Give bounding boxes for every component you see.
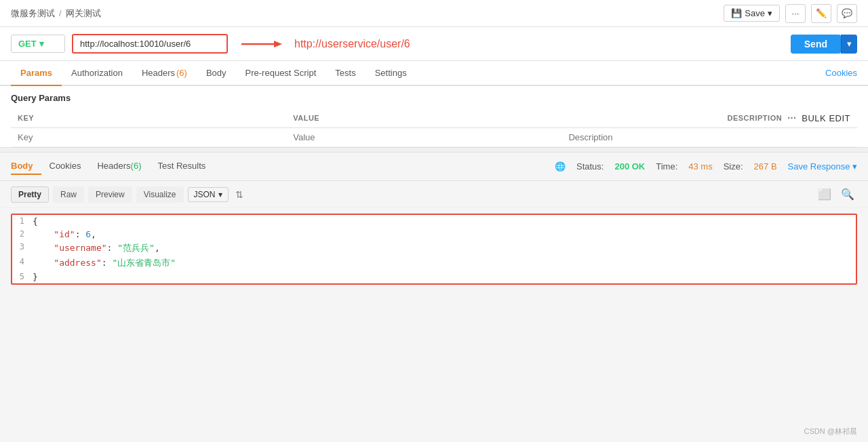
- response-status-area: 🌐 Status: 200 OK Time: 43 ms Size: 267 B…: [555, 161, 857, 172]
- params-section: Query Params KEY VALUE DESCRIPTION ··· B…: [0, 86, 868, 147]
- format-type-dropdown-icon: ▾: [218, 190, 222, 199]
- time-label: Time:: [656, 161, 677, 172]
- col-description: DESCRIPTION ··· Bulk Edit: [561, 108, 857, 128]
- tab-params[interactable]: Params: [11, 61, 62, 86]
- json-line-5: 5 }: [12, 270, 856, 283]
- search-icon-button[interactable]: 🔍: [838, 185, 857, 203]
- gateway-url-label: http://userservice/user/6: [294, 38, 410, 50]
- tab-authorization[interactable]: Authorization: [62, 61, 132, 86]
- save-response-button[interactable]: Save Response ▾: [788, 161, 857, 172]
- response-tabs-bar: Body Cookies Headers(6) Test Results 🌐 S…: [0, 153, 868, 181]
- tab-headers[interactable]: Headers(6): [132, 61, 197, 86]
- json-viewer: 1 { 2 "id": 6, 3 "username": "范兵兵", 4 "a…: [11, 214, 857, 285]
- col-actions-icon[interactable]: ···: [787, 113, 796, 123]
- value-input[interactable]: [293, 132, 555, 142]
- format-type-label: JSON: [194, 190, 216, 199]
- copy-icon-button[interactable]: ⬜: [815, 185, 834, 203]
- json-line-2: 2 "id": 6,: [12, 228, 856, 241]
- json-line-3: 3 "username": "范兵兵",: [12, 241, 856, 256]
- request-tabs-bar: Params Authorization Headers(6) Body Pre…: [0, 61, 868, 86]
- format-visualize-button[interactable]: Visualize: [136, 186, 184, 203]
- time-value: 43 ms: [688, 161, 712, 172]
- response-tabs: Body Cookies Headers(6) Test Results: [11, 158, 214, 175]
- tab-response-headers[interactable]: Headers(6): [89, 158, 149, 175]
- tab-body[interactable]: Body: [197, 61, 236, 86]
- url-input[interactable]: [72, 34, 228, 54]
- size-label: Size:: [724, 161, 743, 172]
- json-line-1: 1 {: [12, 215, 856, 228]
- send-button[interactable]: Send: [791, 35, 841, 54]
- breadcrumb-item-1: 微服务测试: [11, 7, 55, 20]
- format-type-select[interactable]: JSON ▾: [188, 187, 229, 202]
- breadcrumb-separator: /: [59, 8, 62, 18]
- more-options-button[interactable]: ···: [785, 4, 806, 23]
- tab-test-results[interactable]: Test Results: [150, 158, 214, 175]
- method-select[interactable]: GET ▾: [11, 35, 65, 53]
- tab-tests[interactable]: Tests: [326, 61, 365, 86]
- status-value: 200 OK: [614, 161, 645, 172]
- breadcrumb-item-2: 网关测试: [66, 7, 101, 20]
- filter-icon[interactable]: ⇅: [235, 189, 243, 200]
- save-button[interactable]: 💾 Save ▾: [724, 5, 780, 22]
- edit-icon-button[interactable]: ✏️: [811, 4, 831, 23]
- params-table: KEY VALUE DESCRIPTION ··· Bulk Edit: [11, 108, 857, 147]
- tab-settings[interactable]: Settings: [366, 61, 416, 86]
- method-dropdown-icon: ▾: [39, 39, 44, 49]
- json-line-4: 4 "address": "山东省青岛市": [12, 256, 856, 270]
- comment-icon-button[interactable]: 💬: [837, 4, 857, 23]
- save-label: Save: [745, 8, 765, 18]
- bulk-edit-button[interactable]: Bulk Edit: [802, 113, 850, 123]
- save-icon: 💾: [731, 8, 742, 18]
- size-value: 267 B: [754, 161, 777, 172]
- breadcrumb: 微服务测试 / 网关测试: [11, 7, 101, 20]
- send-button-group: Send ▾: [791, 35, 857, 54]
- format-raw-button[interactable]: Raw: [53, 186, 84, 203]
- format-pretty-button[interactable]: Pretty: [11, 186, 49, 203]
- save-dropdown-icon[interactable]: ▾: [768, 8, 772, 18]
- cookies-link[interactable]: Cookies: [825, 61, 857, 85]
- query-params-title: Query Params: [11, 93, 857, 103]
- tab-prerequest[interactable]: Pre-request Script: [236, 61, 326, 86]
- tab-response-body[interactable]: Body: [11, 158, 41, 175]
- method-label: GET: [18, 39, 37, 49]
- url-bar: GET ▾ http://userservice/user/6 Send ▾: [0, 27, 868, 61]
- request-tabs: Params Authorization Headers(6) Body Pre…: [11, 61, 416, 85]
- col-key: KEY: [11, 108, 286, 128]
- gateway-url-area: http://userservice/user/6: [235, 37, 784, 51]
- section-divider: [0, 147, 868, 153]
- table-row: [11, 128, 857, 147]
- desc-input[interactable]: [568, 132, 850, 142]
- format-bar: Pretty Raw Preview Visualize JSON ▾ ⇅ ⬜ …: [0, 181, 868, 208]
- top-bar: 微服务测试 / 网关测试 💾 Save ▾ ··· ✏️ 💬: [0, 0, 868, 27]
- svg-marker-1: [274, 41, 282, 47]
- arrow-icon: [241, 37, 282, 51]
- send-dropdown-button[interactable]: ▾: [841, 35, 857, 54]
- tab-response-cookies[interactable]: Cookies: [41, 158, 90, 175]
- globe-icon: 🌐: [555, 161, 566, 172]
- response-section: Body Cookies Headers(6) Test Results 🌐 S…: [0, 153, 868, 442]
- top-bar-actions: 💾 Save ▾ ··· ✏️ 💬: [724, 4, 857, 23]
- format-preview-button[interactable]: Preview: [88, 186, 132, 203]
- key-input[interactable]: [18, 132, 279, 142]
- status-label: Status:: [576, 161, 604, 172]
- watermark: CSDN @林祁晨: [804, 426, 857, 437]
- col-value: VALUE: [286, 108, 561, 128]
